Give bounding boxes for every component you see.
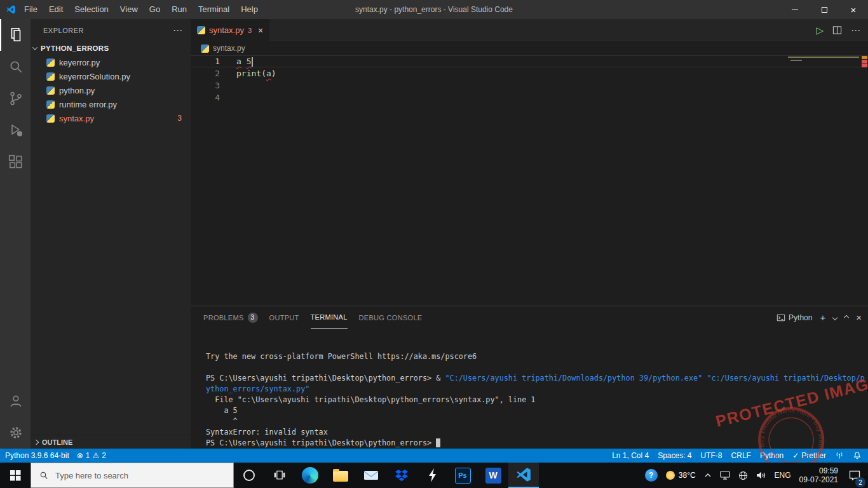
file-name: keyerror.py xyxy=(59,58,100,67)
menu-selection[interactable]: Selection xyxy=(69,0,114,19)
tab-syntax-py[interactable]: syntax.py 3 × xyxy=(191,19,269,41)
file-name: runtime error.py xyxy=(59,100,117,109)
status-ln-1-col-4[interactable]: Ln 1, Col 4 xyxy=(612,451,649,460)
vscode-icon xyxy=(515,466,532,483)
code-line-3[interactable]: 3 xyxy=(191,79,868,92)
more-actions-icon[interactable]: ⋯ xyxy=(851,25,860,36)
line-number: 1 xyxy=(191,55,236,67)
status-utf-8[interactable]: UTF-8 xyxy=(701,451,722,460)
panel-tab-output[interactable]: OUTPUT xyxy=(269,306,299,329)
menu-terminal[interactable]: Terminal xyxy=(193,0,235,19)
breadcrumb[interactable]: syntax.py xyxy=(191,41,868,55)
menu-file[interactable]: File xyxy=(18,0,43,19)
extensions-activity-button[interactable] xyxy=(0,146,31,178)
terminal-line: File "c:\Users\ayushi tripathi\Desktop\p… xyxy=(206,395,868,405)
menu-go[interactable]: Go xyxy=(144,0,166,19)
file-syntax.py[interactable]: syntax.py3 xyxy=(31,111,191,125)
code-line-1[interactable]: 1a 5 xyxy=(191,55,868,67)
edge-button[interactable] xyxy=(295,463,325,488)
restore-button[interactable] xyxy=(810,0,839,19)
status-crlf[interactable]: CRLF xyxy=(731,451,751,460)
outline-section[interactable]: OUTLINE xyxy=(31,435,191,449)
terminal-line: SyntaxError: invalid syntax xyxy=(206,427,868,438)
code-line-4[interactable]: 4 xyxy=(191,92,868,104)
file-keyerrorSolution.py[interactable]: keyerrorSolution.py xyxy=(31,69,191,83)
menu-view[interactable]: View xyxy=(114,0,144,19)
weather-widget[interactable]: 38°C xyxy=(666,471,696,480)
lightning-app-button[interactable] xyxy=(417,463,447,488)
code-text: print(a) xyxy=(236,67,276,79)
code-editor[interactable]: 1a 52print(a)34 xyxy=(191,55,868,306)
globe-icon[interactable] xyxy=(738,471,748,480)
panel-tab-terminal[interactable]: TERMINAL xyxy=(311,306,348,329)
terminal-line: Try the new cross-platform PowerShell ht… xyxy=(206,351,868,362)
title-bar: FileEditSelectionViewGoRunTerminalHelp s… xyxy=(0,0,868,19)
menu-edit[interactable]: Edit xyxy=(43,0,69,19)
workbench: EXPLORER ⋯ PYTHON_ERRORS keyerror.pykeye… xyxy=(0,19,868,449)
lightning-icon xyxy=(427,468,437,482)
file-runtime-error.py[interactable]: runtime error.py xyxy=(31,97,191,111)
source-control-activity-button[interactable] xyxy=(0,83,31,114)
close-window-button[interactable]: × xyxy=(839,0,868,19)
panel-tabs: PROBLEMS3OUTPUTTERMINALDEBUG CONSOLE xyxy=(203,306,433,329)
panel-tab-problems[interactable]: PROBLEMS3 xyxy=(203,306,258,329)
line-number: 4 xyxy=(191,92,236,104)
photoshop-button[interactable]: Ps xyxy=(447,463,478,488)
task-view-button[interactable] xyxy=(264,463,295,488)
status-python[interactable]: Python xyxy=(760,451,783,460)
file-explorer-button[interactable] xyxy=(325,463,356,488)
chevron-down-icon xyxy=(32,44,37,50)
code-lines: 1a 52print(a)34 xyxy=(191,55,868,104)
vscode-taskbar-button[interactable] xyxy=(508,463,539,488)
word-button[interactable]: W xyxy=(478,463,508,488)
language-indicator[interactable]: ENG xyxy=(775,471,791,480)
tab-close-icon[interactable]: × xyxy=(258,25,263,36)
terminal-icon xyxy=(776,313,785,322)
terminal[interactable]: Try the new cross-platform PowerShell ht… xyxy=(191,329,868,449)
terminal-line xyxy=(206,362,868,373)
search-activity-button[interactable] xyxy=(0,51,31,83)
file-keyerror.py[interactable]: keyerror.py xyxy=(31,55,191,69)
monitor-icon[interactable] xyxy=(720,471,730,480)
run-debug-activity-button[interactable] xyxy=(0,114,31,146)
maximize-panel-icon[interactable] xyxy=(844,315,849,320)
python-interpreter-status[interactable]: Python 3.9.6 64-bit xyxy=(5,451,69,460)
status-right-items: Ln 1, Col 4Spaces: 4UTF-8CRLFPython✓Pret… xyxy=(612,451,826,460)
action-center-button[interactable]: 2 xyxy=(846,467,863,484)
status-spaces-4[interactable]: Spaces: 4 xyxy=(658,451,691,460)
file-python.py[interactable]: python.py xyxy=(31,83,191,97)
speaker-icon[interactable] xyxy=(756,471,766,480)
help-icon[interactable]: ? xyxy=(645,469,658,482)
windows-taskbar: Type here to search Ps W ? 38°C xyxy=(0,463,868,488)
settings-button[interactable] xyxy=(0,417,31,449)
terminal-dropdown-icon[interactable] xyxy=(832,315,837,320)
accounts-button[interactable] xyxy=(0,385,31,417)
start-button[interactable] xyxy=(0,463,31,488)
status-prettier[interactable]: ✓Prettier xyxy=(792,451,826,460)
mail-button[interactable] xyxy=(356,463,386,488)
code-line-2[interactable]: 2print(a) xyxy=(191,67,868,79)
explorer-actions-icon[interactable]: ⋯ xyxy=(173,25,183,36)
terminal-line: a 5 xyxy=(206,405,868,416)
menu-run[interactable]: Run xyxy=(166,0,193,19)
split-editor-icon[interactable] xyxy=(832,25,842,35)
run-file-button[interactable]: ▷ xyxy=(816,25,824,36)
panel-tab-debug-console[interactable]: DEBUG CONSOLE xyxy=(359,306,423,329)
minimize-button[interactable] xyxy=(780,0,810,19)
line-number: 2 xyxy=(191,67,236,79)
explorer-activity-button[interactable] xyxy=(0,19,31,51)
clock[interactable]: 09:59 09-07-2021 xyxy=(799,466,838,484)
close-panel-icon[interactable]: × xyxy=(856,312,862,323)
taskbar-search[interactable]: Type here to search xyxy=(31,463,234,488)
tray-expand-icon[interactable] xyxy=(704,471,712,479)
new-terminal-button[interactable]: + xyxy=(820,312,825,323)
menu-help[interactable]: Help xyxy=(235,0,264,19)
problems-status[interactable]: ⊗ 1 ⚠ 2 xyxy=(77,451,106,460)
cortana-button[interactable] xyxy=(234,463,264,488)
folder-python-errors[interactable]: PYTHON_ERRORS xyxy=(31,41,191,55)
bell-icon[interactable] xyxy=(853,451,862,460)
dropbox-button[interactable] xyxy=(386,463,417,488)
terminal-shell-selector[interactable]: Python xyxy=(776,313,812,322)
broadcast-icon[interactable] xyxy=(835,451,844,460)
chevron-right-icon xyxy=(34,439,39,444)
